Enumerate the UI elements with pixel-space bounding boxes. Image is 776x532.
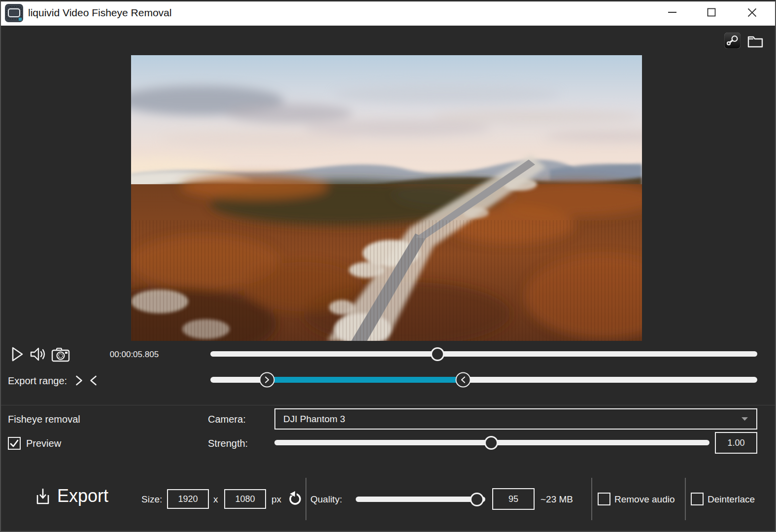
minimize-icon: [668, 11, 676, 13]
app-icon: [5, 4, 23, 22]
size-separator: x: [213, 494, 218, 505]
reset-size-icon: [288, 491, 303, 507]
section-separator: [0, 405, 776, 405]
minimize-button[interactable]: [658, 0, 686, 25]
export-range-slider[interactable]: [210, 377, 757, 383]
close-button[interactable]: [738, 0, 766, 25]
set-range-start-button[interactable]: [75, 375, 83, 388]
chevron-right-icon: [265, 376, 270, 384]
open-folder-icon: [747, 34, 764, 49]
strength-handle[interactable]: [484, 436, 498, 450]
chevron-left-icon: [460, 376, 466, 384]
steam-button[interactable]: [724, 33, 741, 49]
seek-slider[interactable]: [210, 351, 757, 357]
quality-handle[interactable]: [470, 493, 484, 506]
set-range-end-button[interactable]: [89, 375, 98, 388]
step-back-icon: [89, 375, 98, 386]
volume-button[interactable]: [30, 346, 47, 364]
strength-value-field[interactable]: [715, 432, 757, 454]
play-icon: [11, 346, 24, 362]
height-field[interactable]: [224, 489, 266, 509]
size-label: Size:: [141, 494, 162, 505]
strength-label: Strength:: [208, 437, 248, 449]
strength-slider[interactable]: [274, 440, 709, 445]
download-icon: [35, 487, 50, 505]
play-button[interactable]: [11, 346, 24, 364]
step-forward-icon: [75, 375, 83, 386]
titlebar: liquivid Video Fisheye Removal: [0, 0, 776, 26]
maximize-icon: [707, 8, 716, 17]
estimated-size-label: ~23 MB: [540, 494, 573, 505]
quality-value-field[interactable]: [492, 488, 535, 510]
export-range-label: Export range:: [8, 375, 67, 387]
preview-label: Preview: [26, 437, 61, 449]
seek-handle[interactable]: [431, 347, 444, 361]
preview-checkbox[interactable]: [8, 437, 21, 450]
open-file-button[interactable]: [747, 34, 764, 49]
close-icon: [747, 8, 757, 17]
export-button-label: Export: [57, 486, 108, 506]
fisheye-section-label: Fisheye removal: [8, 413, 80, 425]
steam-icon: [724, 33, 741, 49]
export-range-end-handle[interactable]: [455, 372, 471, 388]
export-button[interactable]: Export: [35, 486, 108, 506]
export-range-start-handle[interactable]: [260, 372, 275, 388]
chevron-down-icon: [741, 417, 748, 421]
camera-select[interactable]: DJI Phantom 3: [274, 408, 757, 430]
window-title: liquivid Video Fisheye Removal: [28, 0, 171, 26]
camera-selected-value: DJI Phantom 3: [283, 414, 345, 425]
app-icon-accent-dot: [19, 18, 22, 21]
snapshot-camera-icon: [51, 347, 70, 362]
quality-label: Quality:: [310, 494, 342, 505]
reset-size-button[interactable]: [288, 491, 303, 509]
width-field[interactable]: [167, 489, 209, 509]
video-frame-artwork: [131, 55, 642, 341]
px-unit-label: px: [271, 494, 281, 505]
divider: [591, 478, 592, 520]
camera-label: Camera:: [208, 413, 246, 425]
current-timestamp: 00:00:05.805: [99, 350, 170, 360]
checkmark-icon: [9, 438, 19, 448]
maximize-button[interactable]: [698, 0, 725, 25]
app-icon-screen: [8, 8, 20, 17]
export-range-fill: [267, 377, 463, 383]
snapshot-button[interactable]: [51, 347, 70, 364]
quality-slider[interactable]: [356, 497, 485, 502]
deinterlace-checkbox[interactable]: [691, 493, 704, 505]
volume-icon: [30, 346, 47, 362]
deinterlace-label: Deinterlace: [708, 494, 755, 505]
remove-audio-checkbox[interactable]: [598, 493, 610, 505]
divider: [685, 478, 686, 520]
video-preview: [131, 55, 642, 341]
divider: [305, 478, 306, 520]
remove-audio-label: Remove audio: [614, 494, 675, 505]
